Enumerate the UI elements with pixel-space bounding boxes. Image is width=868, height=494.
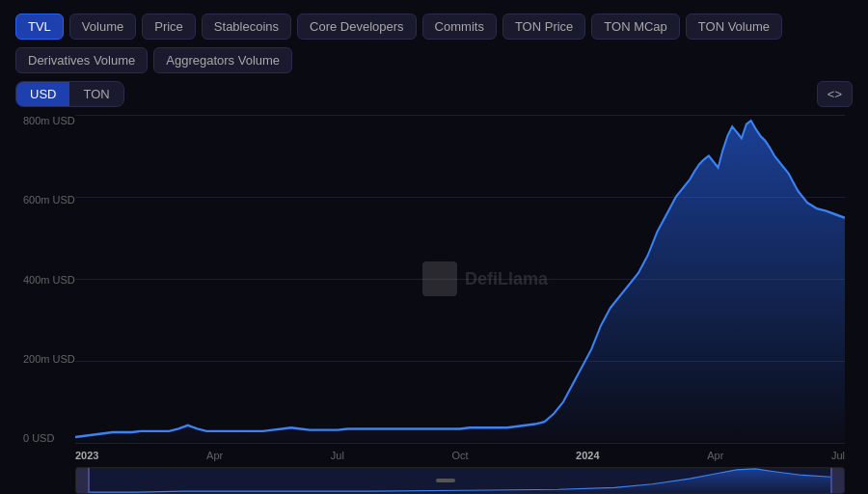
minimap-svg	[90, 468, 830, 493]
x-label: Oct	[451, 450, 468, 461]
y-axis: 800m USD600m USD400m USD200m USD0 USD	[15, 115, 83, 444]
y-label: 0 USD	[23, 432, 75, 444]
minimap-content	[90, 468, 830, 493]
filter-btn-ton-mcap[interactable]: TON MCap	[591, 14, 680, 40]
minimap-handle-left[interactable]	[76, 468, 90, 493]
filter-btn-stablecoins[interactable]: Stablecoins	[202, 14, 291, 40]
x-label: Apr	[707, 450, 723, 461]
filter-btn-core-developers[interactable]: Core Developers	[297, 14, 417, 40]
currency-btn-usd[interactable]: USD	[16, 82, 69, 106]
filter-btn-price[interactable]: Price	[142, 14, 196, 40]
y-label: 600m USD	[23, 194, 75, 206]
x-label: Jul	[331, 450, 344, 461]
filter-btn-ton-price[interactable]: TON Price	[502, 14, 585, 40]
x-label: Apr	[206, 450, 223, 461]
chart-svg	[75, 115, 845, 443]
main-container: TVLVolumePriceStablecoinsCore Developers…	[0, 0, 868, 494]
filter-btn-derivatives-volume[interactable]: Derivatives Volume	[15, 47, 148, 73]
filter-row-1: TVLVolumePriceStablecoinsCore Developers…	[15, 14, 853, 40]
grid-line	[75, 443, 845, 444]
currency-row: USDTON <>	[15, 81, 853, 107]
y-label: 800m USD	[23, 115, 75, 126]
filter-btn-tvl[interactable]: TVL	[15, 14, 64, 40]
y-label: 400m USD	[23, 274, 75, 286]
minimap[interactable]	[75, 467, 845, 494]
x-axis: 2023AprJulOct2024AprJul	[75, 446, 845, 465]
chart-area: 800m USD600m USD400m USD200m USD0 USD	[15, 115, 853, 494]
filter-btn-aggregators-volume[interactable]: Aggregators Volume	[153, 47, 292, 73]
minimap-center-handle[interactable]	[436, 479, 455, 482]
filter-btn-ton-volume[interactable]: TON Volume	[686, 14, 782, 40]
chart-inner: DefiLlama	[75, 115, 845, 444]
filter-btn-volume[interactable]: Volume	[69, 14, 136, 40]
embed-button[interactable]: <>	[817, 81, 853, 107]
currency-btn-ton[interactable]: TON	[69, 82, 122, 106]
y-label: 200m USD	[23, 353, 75, 365]
currency-toggle[interactable]: USDTON	[15, 81, 124, 107]
filter-row-2: Derivatives VolumeAggregators Volume	[15, 47, 853, 73]
filter-btn-commits[interactable]: Commits	[422, 14, 497, 40]
x-label: Jul	[831, 450, 845, 461]
x-label: 2023	[75, 450, 98, 461]
minimap-handle-right[interactable]	[830, 468, 844, 493]
x-label: 2024	[576, 450, 599, 461]
